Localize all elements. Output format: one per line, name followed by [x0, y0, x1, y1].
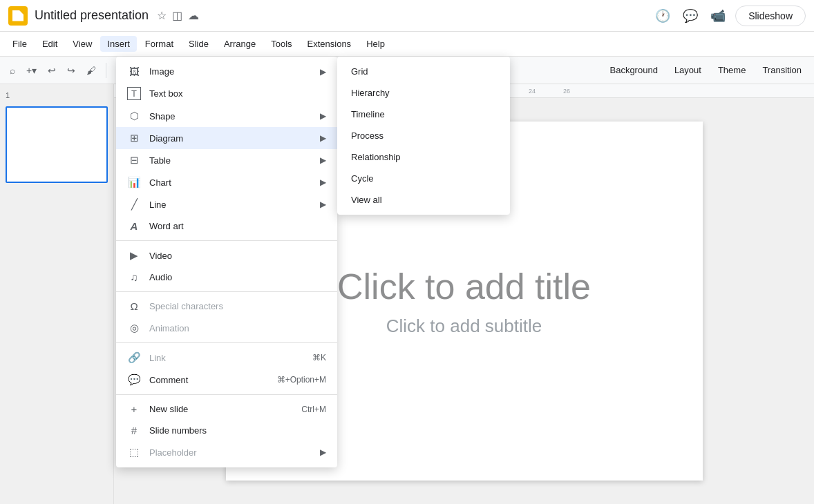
- video-menu-label: Video: [149, 251, 326, 261]
- diagram-menu-label: Diagram: [149, 133, 312, 144]
- star-icon[interactable]: ☆: [154, 6, 169, 25]
- diagram-submenu: Grid Hierarchy Timeline Process Relation…: [337, 57, 510, 215]
- animation-menu-icon: ◎: [127, 322, 141, 334]
- diagram-cycle-label: Cycle: [351, 173, 374, 184]
- video-menu-icon: ▶: [127, 249, 141, 262]
- insert-menu-audio[interactable]: ♫ Audio: [116, 266, 337, 288]
- insert-menu-new-slide[interactable]: + New slide Ctrl+M: [116, 398, 337, 420]
- insert-menu-wordart[interactable]: A Word art: [116, 215, 337, 237]
- link-menu-icon: 🔗: [127, 351, 141, 364]
- search-toolbar-btn[interactable]: ⌕: [6, 62, 19, 79]
- diagram-process-label: Process: [351, 130, 384, 141]
- insert-menu-special-chars: Ω Special characters: [116, 295, 337, 317]
- meet-icon[interactable]: 📹: [708, 6, 728, 26]
- textbox-menu-label: Text box: [149, 88, 326, 99]
- comment-icon[interactable]: 💬: [680, 6, 701, 26]
- insert-menu-link: 🔗 Link ⌘K: [116, 347, 337, 369]
- diagram-relationship-label: Relationship: [351, 152, 401, 162]
- diagram-menu-icon: ⊞: [127, 132, 141, 144]
- cloud-save-icon[interactable]: ☁: [185, 6, 202, 25]
- save-to-drive-icon[interactable]: ◫: [169, 6, 185, 25]
- slide-panel: 1: [0, 84, 114, 504]
- app-icon: [8, 6, 28, 26]
- diagram-hierarchy-label: Hierarchy: [351, 88, 390, 98]
- insert-menu-textbox[interactable]: T Text box: [116, 82, 337, 105]
- slideshow-button[interactable]: Slideshow: [735, 6, 806, 26]
- menu-slide[interactable]: Slide: [182, 36, 216, 52]
- menu-view[interactable]: View: [66, 36, 99, 52]
- image-menu-icon: 🖼: [127, 66, 141, 77]
- wordart-menu-icon: A: [127, 220, 141, 232]
- menu-extensions[interactable]: Extensions: [301, 36, 359, 52]
- insert-menu-comment[interactable]: 💬 Comment ⌘+Option+M: [116, 369, 337, 391]
- link-shortcut: ⌘K: [312, 353, 326, 362]
- doc-title: Untitled presentation: [35, 8, 149, 23]
- layout-btn[interactable]: Layout: [668, 62, 708, 78]
- insert-menu-diagram[interactable]: ⊞ Diagram ▶: [116, 127, 337, 149]
- diagram-grid-label: Grid: [351, 66, 368, 77]
- new-slide-menu-label: New slide: [149, 404, 293, 414]
- menu-divider-1: [116, 240, 337, 241]
- chart-menu-label: Chart: [149, 177, 312, 188]
- insert-menu-placeholder: ⬚ Placeholder ▶: [116, 441, 337, 463]
- placeholder-arrow-icon: ▶: [320, 447, 326, 457]
- diagram-grid[interactable]: Grid: [337, 61, 510, 82]
- diagram-arrow-icon: ▶: [320, 133, 326, 143]
- slide-numbers-menu-label: Slide numbers: [149, 425, 326, 436]
- toolbar-sep-1: [106, 63, 106, 78]
- menu-insert[interactable]: Insert: [100, 36, 137, 52]
- animation-menu-label: Animation: [149, 323, 326, 333]
- diagram-cycle[interactable]: Cycle: [337, 168, 510, 189]
- insert-dropdown-menu: 🖼 Image ▶ T Text box ⬡ Shape ▶ ⊞ Diagram…: [116, 57, 337, 467]
- insert-menu-video[interactable]: ▶ Video: [116, 244, 337, 266]
- history-icon[interactable]: 🕐: [652, 6, 673, 26]
- slide-subtitle[interactable]: Click to add subtitle: [386, 316, 542, 337]
- insert-menu-chart[interactable]: 📊 Chart ▶: [116, 171, 337, 193]
- chart-arrow-icon: ▶: [320, 177, 326, 187]
- transition-btn[interactable]: Transition: [755, 62, 808, 78]
- shape-menu-label: Shape: [149, 111, 312, 122]
- slide-title[interactable]: Click to add title: [337, 266, 591, 307]
- table-menu-label: Table: [149, 155, 312, 166]
- insert-menu-line[interactable]: ╱ Line ▶: [116, 193, 337, 215]
- chart-menu-icon: 📊: [127, 176, 141, 188]
- menu-help[interactable]: Help: [359, 36, 392, 52]
- menu-divider-4: [116, 394, 337, 395]
- diagram-hierarchy[interactable]: Hierarchy: [337, 82, 510, 104]
- diagram-view-all[interactable]: View all: [337, 189, 510, 211]
- diagram-timeline-label: Timeline: [351, 109, 385, 119]
- background-btn[interactable]: Background: [603, 62, 664, 78]
- theme-btn[interactable]: Theme: [711, 62, 753, 78]
- link-menu-label: Link: [149, 353, 304, 363]
- paint-format-btn[interactable]: 🖌: [82, 62, 100, 79]
- menu-edit[interactable]: Edit: [35, 36, 64, 52]
- image-arrow-icon: ▶: [320, 67, 326, 77]
- special-chars-menu-icon: Ω: [127, 300, 141, 312]
- table-menu-icon: ⊟: [127, 154, 141, 166]
- diagram-process[interactable]: Process: [337, 125, 510, 146]
- wordart-menu-label: Word art: [149, 221, 326, 231]
- insert-menu-table[interactable]: ⊟ Table ▶: [116, 149, 337, 171]
- image-menu-label: Image: [149, 66, 312, 77]
- insert-menu-shape[interactable]: ⬡ Shape ▶: [116, 105, 337, 127]
- slide-thumbnail[interactable]: [6, 106, 108, 183]
- menu-bar: File Edit View Insert Format Slide Arran…: [0, 32, 814, 57]
- menu-file[interactable]: File: [6, 36, 34, 52]
- line-menu-icon: ╱: [127, 198, 141, 211]
- menu-format[interactable]: Format: [138, 36, 180, 52]
- new-slide-shortcut: Ctrl+M: [301, 405, 326, 414]
- table-arrow-icon: ▶: [320, 155, 326, 165]
- diagram-timeline[interactable]: Timeline: [337, 104, 510, 125]
- slide-number: 1: [6, 91, 10, 99]
- shape-menu-icon: ⬡: [127, 110, 141, 122]
- shape-arrow-icon: ▶: [320, 111, 326, 121]
- insert-menu-slide-numbers[interactable]: # Slide numbers: [116, 420, 337, 441]
- menu-arrange[interactable]: Arrange: [217, 36, 263, 52]
- undo-btn[interactable]: ↩: [44, 62, 60, 79]
- insert-menu-animation: ◎ Animation: [116, 317, 337, 339]
- insert-menu-image[interactable]: 🖼 Image ▶: [116, 61, 337, 82]
- diagram-relationship[interactable]: Relationship: [337, 146, 510, 168]
- menu-tools[interactable]: Tools: [264, 36, 299, 52]
- add-slide-toolbar-btn[interactable]: +▾: [22, 62, 41, 79]
- redo-btn[interactable]: ↪: [63, 62, 79, 79]
